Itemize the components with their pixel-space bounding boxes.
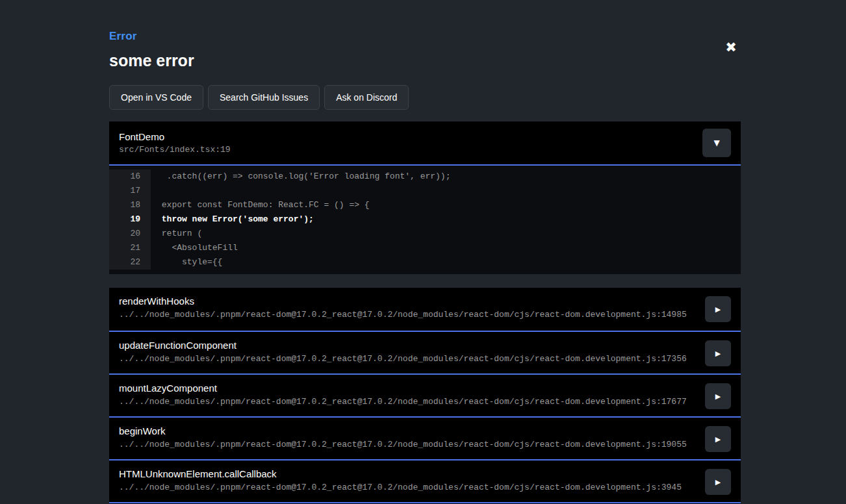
expand-stack-frame-button[interactable]: ▶ xyxy=(705,469,731,495)
code-line: 22 style={{ xyxy=(109,255,741,270)
line-source: throw new Error('some error'); xyxy=(151,212,314,227)
action-button[interactable]: Open in VS Code xyxy=(109,85,203,110)
play-triangle-icon: ▶ xyxy=(715,392,721,401)
line-source: style={{ xyxy=(151,255,222,270)
stack-frame: mountLazyComponent ../../node_modules/.p… xyxy=(109,373,741,416)
expand-stack-frame-button[interactable]: ▶ xyxy=(705,296,731,322)
stack-frame-path: ../../node_modules/.pnpm/react-dom@17.0.… xyxy=(119,397,694,407)
stack-frame-path: ../../node_modules/.pnpm/react-dom@17.0.… xyxy=(119,310,694,320)
expand-stack-frame-button[interactable]: ▶ xyxy=(705,340,731,366)
stack-frame-function: beginWork xyxy=(119,425,694,436)
stack-frame: HTMLUnknownElement.callCallback ../../no… xyxy=(109,459,741,502)
line-source: .catch((err) => console.log('Error loadi… xyxy=(151,170,450,184)
code-line: 20 return ( xyxy=(109,227,741,241)
stack-trace-list: renderWithHooks ../../node_modules/.pnpm… xyxy=(109,288,741,502)
stack-frame-path: ../../node_modules/.pnpm/react-dom@17.0.… xyxy=(119,440,694,449)
source-location: src/Fonts/index.tsx:19 xyxy=(119,145,231,155)
error-type-label: Error xyxy=(109,30,741,43)
action-button[interactable]: Ask on Discord xyxy=(324,85,409,110)
line-number: 19 xyxy=(109,212,151,227)
play-triangle-icon: ▶ xyxy=(715,478,721,486)
play-triangle-icon: ▶ xyxy=(715,435,721,444)
expand-stack-frame-button[interactable]: ▶ xyxy=(705,426,731,452)
code-line: 16 .catch((err) => console.log('Error lo… xyxy=(109,170,741,184)
chevron-down-icon: ▼ xyxy=(713,138,719,147)
play-triangle-icon: ▶ xyxy=(715,349,721,358)
stack-frame: renderWithHooks ../../node_modules/.pnpm… xyxy=(109,288,741,331)
line-number: 16 xyxy=(109,170,151,184)
stack-frame-function: updateFunctionComponent xyxy=(119,340,694,351)
line-number: 21 xyxy=(109,241,151,255)
line-number: 20 xyxy=(109,227,151,241)
code-frame-heading: FontDemo src/Fonts/index.tsx:19 xyxy=(119,131,231,155)
stack-frame-function: mountLazyComponent xyxy=(119,383,694,394)
collapse-code-frame-button[interactable]: ▼ xyxy=(702,129,731,157)
action-button[interactable]: Search GitHub Issues xyxy=(208,85,320,110)
action-buttons-row: Open in VS Code Search GitHub Issues Ask… xyxy=(109,85,741,110)
stack-frame: updateFunctionComponent ../../node_modul… xyxy=(109,331,741,373)
stack-frame: beginWork ../../node_modules/.pnpm/react… xyxy=(109,416,741,459)
stack-frame-path: ../../node_modules/.pnpm/react-dom@17.0.… xyxy=(119,354,694,364)
code-frame-header: FontDemo src/Fonts/index.tsx:19 ▼ xyxy=(109,121,741,166)
code-body: 16 .catch((err) => console.log('Error lo… xyxy=(109,166,741,274)
line-source xyxy=(151,184,157,198)
line-number: 18 xyxy=(109,198,151,212)
code-line: 19 throw new Error('some error'); xyxy=(109,212,741,227)
stack-frame-path: ../../node_modules/.pnpm/react-dom@17.0.… xyxy=(119,483,694,492)
line-number: 22 xyxy=(109,255,151,270)
stack-frame-function: renderWithHooks xyxy=(119,296,694,307)
play-triangle-icon: ▶ xyxy=(715,305,721,314)
code-line: 21 <AbsoluteFill xyxy=(109,241,741,255)
stack-frame-function: HTMLUnknownElement.callCallback xyxy=(119,468,694,479)
error-overlay: Error some error Open in VS Code Search … xyxy=(109,0,741,504)
line-source: export const FontDemo: React.FC = () => … xyxy=(151,198,370,212)
line-source: <AbsoluteFill xyxy=(151,241,238,255)
component-name: FontDemo xyxy=(119,131,231,142)
expand-stack-frame-button[interactable]: ▶ xyxy=(705,383,731,409)
error-message: some error xyxy=(109,51,741,70)
line-number: 17 xyxy=(109,184,151,198)
code-line: 17 xyxy=(109,184,741,198)
code-frame: FontDemo src/Fonts/index.tsx:19 ▼ 16 .ca… xyxy=(109,121,741,274)
line-source: return ( xyxy=(151,227,202,241)
code-line: 18 export const FontDemo: React.FC = () … xyxy=(109,198,741,212)
